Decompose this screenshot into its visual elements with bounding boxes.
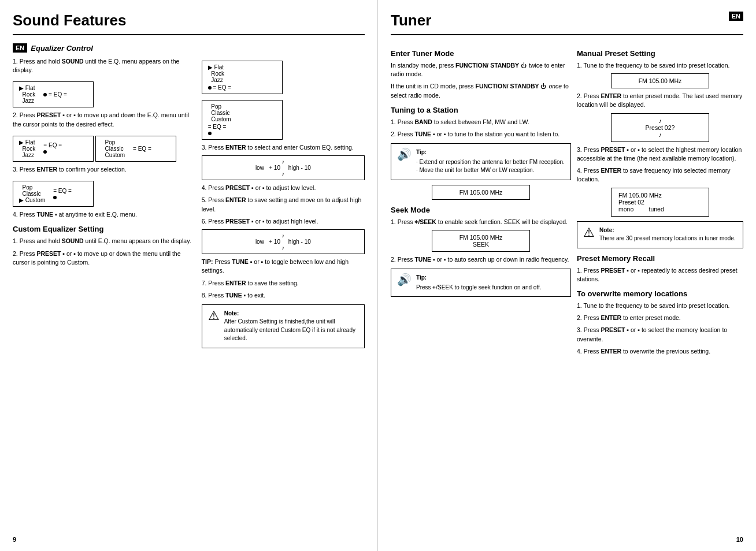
enter-tuner-step2: If the unit is in CD mode, press FUNCTIO… (391, 82, 571, 99)
fm-seek-freq: FM 105.00 MHz (439, 234, 522, 241)
eq-label-2b: = EQ = (133, 146, 151, 152)
eq-dot-1 (43, 93, 47, 96)
fm-display-tuning: FM 105.00 MHz (432, 185, 530, 200)
custom-eq-step4: 4. Press PRESET ▪ or ▪ to adjust low lev… (202, 184, 365, 192)
tip-text-2: Press ⌖/SEEK to toggle seek function on … (416, 284, 565, 292)
custom-eq-step5: 5. Press ENTER to save setting and move … (202, 196, 365, 213)
tip-title-1: Tip: (416, 148, 565, 157)
eq-step4: 4. Press TUNE ▪ at anytime to exit E.Q. … (13, 210, 196, 219)
equalizer-heading: Equalizer Control (31, 44, 93, 53)
eq-dot-c1 (208, 86, 212, 90)
manual-preset-step2: 2. Press ENTER to enter preset mode. The… (577, 92, 743, 109)
note-icon: ⚠ (208, 310, 220, 322)
custom-eq-note-box: ⚠ Note: After Custom Setting is finished… (202, 304, 365, 348)
preset-saved-status: mono tuned (618, 206, 702, 213)
right-page: Tuner EN Enter Tuner Mode In standby mod… (378, 0, 756, 551)
left-page: Sound Features EN Equalizer Control 1. P… (0, 0, 378, 551)
preset-recall-step1: 1. Press PRESET ▪ or ▪ repeatedly to acc… (577, 266, 743, 284)
eq-step1: 1. Press and hold SOUND until the E.Q. m… (13, 57, 196, 75)
manual-preset-step3: 3. Press PRESET ▪ or ▪ to select the hig… (577, 146, 743, 163)
en-badge-left: EN (13, 43, 27, 53)
overwrite-step1: 1. Tune to the frequency to be saved int… (577, 301, 743, 310)
eq-box-2a: ▶ Flat Rock Jazz = EQ = (13, 136, 94, 162)
eq-list-c2: Pop Classic Custom (208, 103, 276, 122)
eq-dot-c2 (208, 132, 212, 135)
eq-control-col: 1. Press and hold SOUND until the E.Q. m… (13, 57, 196, 353)
preset-saved-num: Preset 02 (618, 199, 702, 206)
tuning-tip-box: 🔊 Tip: · Extend or reposition the antenn… (391, 143, 571, 180)
low-high-box-1: ♪ low + 10 high - 10 ♪ (202, 155, 365, 180)
tip-text-1: · Extend or reposition the antenna for b… (416, 158, 565, 175)
manual-preset-heading: Manual Preset Setting (577, 49, 743, 58)
note-text: After Custom Setting is finished,the uni… (224, 318, 358, 343)
overwrite-heading: To overwrite memory locations (577, 289, 743, 298)
low-high-box-2: ♪ low + 10 high - 10 ♪ (202, 229, 365, 254)
overwrite-step2: 2. Press ENTER to enter preset mode. (577, 314, 743, 322)
preset-text: Preset 02? (618, 124, 702, 131)
tuning-heading: Tuning to a Station (391, 106, 571, 114)
tuner-left-col: Enter Tuner Mode In standby mode, press … (391, 43, 571, 359)
eq-two-col: 1. Press and hold SOUND until the E.Q. m… (13, 57, 365, 353)
preset-recall-heading: Preset Memory Recall (577, 254, 743, 263)
enter-tuner-heading: Enter Tuner Mode (391, 49, 571, 58)
manual-preset-step1: 1. Tune to the frequency to be saved int… (577, 61, 743, 70)
eq-list-1: ▶ Flat Rock Jazz (19, 85, 35, 104)
page-number-right: 10 (736, 536, 743, 543)
page-number-left: 9 (13, 536, 16, 543)
preset-display: ♪ Preset 02? ♪ (611, 113, 709, 142)
eq-dot-3 (53, 196, 57, 199)
preset-note2: ♪ (618, 131, 702, 138)
eq-label-2a: = EQ = (43, 142, 62, 155)
tip-content-2: Tip: Press ⌖/SEEK to toggle seek functio… (416, 274, 565, 292)
eq-step2: 2. Press PRESET ▪ or ▪ to move up and do… (13, 111, 196, 128)
en-badge-right: EN (729, 12, 743, 21)
overwrite-step4: 4. Press ENTER to overwrite the previous… (577, 347, 743, 356)
manual-preset-note-box: ⚠ Note: There are 30 preset memory locat… (577, 221, 743, 248)
equalizer-section-header: EN Equalizer Control (13, 43, 365, 53)
custom-eq-col: ▶ Flat Rock Jazz = EQ = Pop Classic Cust… (202, 57, 365, 353)
note-content-2: Note: There are 30 preset memory locatio… (599, 226, 736, 243)
fm-seek-label: SEEK (439, 241, 522, 248)
custom-eq-step8: 8. Press TUNE ▪ to exit. (202, 291, 365, 300)
eq-box-2b: Pop Classic Custom = EQ = (95, 136, 176, 162)
custom-eq-step1: 1. Press and hold SOUND until E.Q. menu … (13, 237, 196, 245)
preset-note1: ♪ (618, 117, 702, 124)
tuning-step1: 1. Press BAND to select between FM, MW a… (391, 118, 571, 126)
eq-label-3: = EQ = (53, 188, 72, 200)
eq-list-c1: ▶ Flat Rock Jazz (208, 64, 276, 83)
note-label: Note: (224, 310, 358, 318)
manual-preset-step4: 4. Press ENTER to save frequency into se… (577, 166, 743, 184)
eq-box-2a-row: ▶ Flat Rock Jazz = EQ = (19, 139, 87, 158)
note-text-2: There are 30 preset memory locations in … (599, 234, 736, 243)
preset-saved-display: FM 105.00 MHz Preset 02 mono tuned (611, 188, 709, 217)
seek-step1: 1. Press ⌖/SEEK to enable seek function.… (391, 218, 571, 226)
custom-eq-step6: 6. Press PRESET ▪ or ▪ to adjust high le… (202, 217, 365, 226)
tip-icon-2: 🔊 (397, 274, 412, 285)
eq-list-2a: ▶ Flat Rock Jazz (19, 139, 35, 158)
eq-box-1: ▶ Flat Rock Jazz = EQ = (13, 81, 94, 107)
eq-box-3: Pop Classic ▶ Custom = EQ = (13, 181, 94, 207)
seek-step2: 2. Press TUNE ▪ or ▪ to auto search up o… (391, 255, 571, 264)
eq-label-c1: = EQ = (208, 84, 276, 91)
custom-eq-step2: 2. Press PRESET ▪ or ▪ to move up or dow… (13, 250, 196, 267)
eq-dot-2a (43, 150, 47, 154)
custom-eq-heading: Custom Equalizer Setting (13, 225, 196, 233)
seek-mode-heading: Seek Mode (391, 206, 571, 214)
tuner-right-col: Manual Preset Setting 1. Tune to the fre… (577, 43, 743, 359)
eq-step3: 3. Press ENTER to confirm your selection… (13, 165, 196, 174)
tuner-two-col: Enter Tuner Mode In standby mode, press … (391, 43, 743, 359)
eq-list-3: Pop Classic ▶ Custom (19, 184, 45, 203)
eq-label-1: = EQ = (43, 91, 66, 98)
note-label-2: Note: (599, 226, 736, 235)
fm-seek-display: FM 105.00 MHz SEEK (432, 230, 530, 252)
custom-eq-step3: 3. Press ENTER to select and enter Custo… (202, 143, 365, 152)
eq-box-2b-row: Pop Classic Custom = EQ = (102, 139, 170, 158)
custom-eq-tip: TIP: Press TUNE ▪ or ▪ to toggle between… (202, 258, 365, 275)
page: Sound Features EN Equalizer Control 1. P… (0, 0, 756, 551)
overwrite-step3: 3. Press PRESET ▪ or ▪ to select the mem… (577, 326, 743, 343)
tuning-step2: 2. Press TUNE ▪ or ▪ to tune to the stat… (391, 130, 571, 139)
eq-label-c2: = EQ = (208, 124, 276, 136)
eq-box-1-row: ▶ Flat Rock Jazz = EQ = (19, 85, 87, 104)
eq-box-c1: ▶ Flat Rock Jazz = EQ = (202, 61, 283, 94)
right-page-title: Tuner (391, 12, 743, 35)
